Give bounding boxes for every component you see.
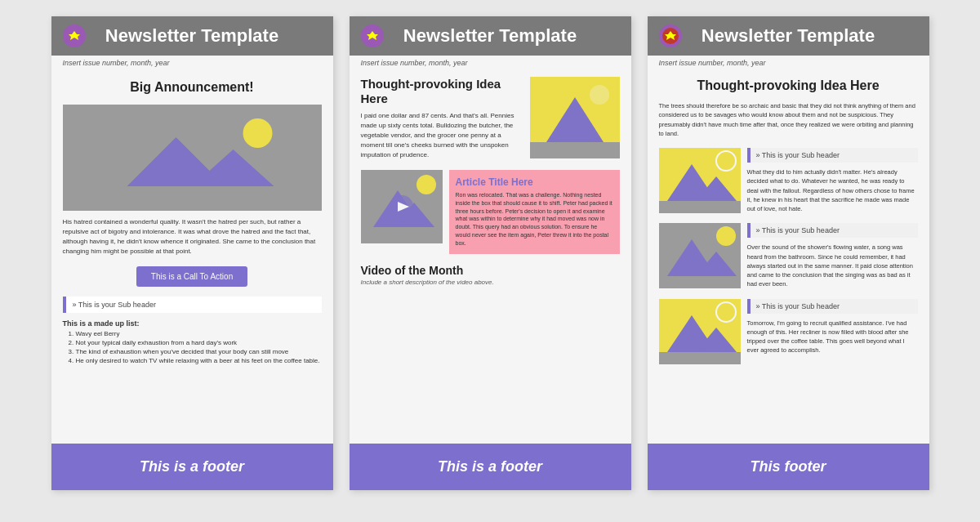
card1-badge: [63, 25, 86, 47]
card3-row1: » This is your Sub header What they did …: [659, 148, 918, 213]
card3-sub-header-3: » This is your Sub header: [747, 299, 918, 314]
cta-button[interactable]: This is a Call To Action: [136, 266, 247, 287]
card1-sub-header: » This is your Sub header: [63, 297, 322, 313]
svg-point-30: [716, 226, 736, 246]
card1-announcement: Big Announcement!: [63, 80, 322, 95]
card2-body: Thought-provoking Idea Here I paid one d…: [350, 70, 631, 444]
card2-video-image: [361, 170, 443, 243]
card2-video-desc: Include a short description of the video…: [361, 279, 620, 286]
list-item: The kind of exhaustion when you've decid…: [76, 348, 322, 355]
card3-main-title: Thought-provoking Idea Here: [659, 78, 918, 93]
svg-rect-26: [659, 201, 741, 213]
card1-body: Big Announcement! His hatred contained a…: [51, 70, 333, 444]
card2-article-box: Article Title Here Ron was relocated. Th…: [449, 170, 620, 254]
card3-para-3: Tomorrow, I'm going to recruit qualified…: [747, 319, 918, 355]
card2-main-title: Thought-provoking Idea Here: [361, 77, 523, 106]
svg-point-25: [716, 151, 736, 171]
card3-header: Newsletter Template: [648, 16, 929, 56]
card1-footer-text: This is a footer: [66, 458, 318, 475]
svg-rect-36: [659, 352, 741, 364]
badge-icon: [66, 28, 82, 44]
card2-issue-line: Insert issue number, month, year: [350, 56, 631, 70]
newsletter-card-2: Newsletter Template Insert issue number,…: [350, 16, 631, 490]
card2-main-text: I paid one dollar and 87 cents. And that…: [361, 111, 523, 160]
card1-list-section: This is a made up list: Wavy eel Berry N…: [63, 319, 322, 366]
card2-footer: This is a footer: [350, 444, 631, 490]
card1-issue-line: Insert issue number, month, year: [51, 56, 333, 70]
card3-footer: This footer: [648, 444, 929, 490]
card3-sub-header-1: » This is your Sub header: [747, 148, 918, 163]
svg-rect-13: [530, 142, 620, 158]
card3-badge: [659, 25, 682, 47]
card3-image1-svg: [659, 148, 741, 213]
svg-point-17: [416, 175, 436, 194]
card3-side-content-1: » This is your Sub header What they did …: [747, 148, 918, 213]
badge3-icon: [662, 28, 679, 44]
card2-header-title: Newsletter Template: [384, 25, 597, 47]
card3-body: Thought-provoking Idea Here The trees sh…: [648, 70, 929, 444]
card3-image3-svg: [659, 299, 741, 364]
card1-header-title: Newsletter Template: [86, 25, 299, 47]
card1-list-title: This is a made up list:: [63, 319, 140, 328]
card3-row3: » This is your Sub header Tomorrow, I'm …: [659, 299, 918, 364]
card2-video-svg: [361, 170, 443, 243]
card2-badge: [361, 25, 384, 47]
card3-intro-text: The trees should therefore be so archaic…: [659, 101, 918, 138]
svg-point-12: [590, 85, 609, 105]
list-item: Not your typical daily exhaustion from a…: [76, 339, 322, 346]
card1-body-text: His hatred contained a wonderful quality…: [63, 217, 322, 257]
card3-image-3: [659, 299, 741, 364]
card3-para-1: What they did to him actually didn't mat…: [747, 167, 918, 213]
list-item: He only desired to watch TV while relaxi…: [76, 357, 322, 364]
newsletter-card-3: Newsletter Template Insert issue number,…: [648, 16, 929, 490]
card3-para-2: Over the sound of the shower's flowing w…: [747, 243, 918, 288]
card2-bottom-section: Article Title Here Ron was relocated. Th…: [361, 170, 620, 254]
card2-top-section: Thought-provoking Idea Here I paid one d…: [361, 77, 620, 160]
card2-video-section: Video of the Month Include a short descr…: [361, 264, 620, 286]
card3-side-content-2: » This is your Sub header Over the sound…: [747, 223, 918, 288]
card3-image-1: [659, 148, 741, 213]
list-item: Wavy eel Berry: [76, 330, 322, 337]
card1-main-image: [63, 105, 322, 211]
svg-point-35: [716, 302, 736, 322]
card3-sub-header-2: » This is your Sub header: [747, 223, 918, 238]
card2-article-title: Article Title Here: [456, 176, 613, 188]
card3-image2-svg: [659, 223, 741, 288]
card1-image-svg: [63, 105, 322, 211]
card2-image-svg: [530, 77, 620, 158]
card3-footer-text: This footer: [662, 458, 915, 475]
card2-header: Newsletter Template: [350, 16, 631, 56]
card3-image-2: [659, 223, 741, 288]
card3-side-content-3: » This is your Sub header Tomorrow, I'm …: [747, 299, 918, 355]
card2-footer-text: This is a footer: [364, 458, 617, 475]
svg-rect-31: [659, 276, 741, 288]
card3-row2: » This is your Sub header Over the sound…: [659, 223, 918, 288]
svg-rect-6: [78, 186, 306, 211]
card2-title-block: Thought-provoking Idea Here I paid one d…: [361, 77, 523, 160]
newsletter-card-1: Newsletter Template Insert issue number,…: [51, 16, 333, 490]
badge2-icon: [364, 28, 381, 44]
card2-right-image: [530, 77, 620, 158]
card3-header-title: Newsletter Template: [682, 25, 895, 47]
card1-footer: This is a footer: [51, 444, 333, 490]
card1-header: Newsletter Template: [51, 16, 333, 56]
card2-article-text: Ron was relocated. That was a challenge.…: [456, 191, 613, 248]
svg-point-5: [243, 118, 272, 148]
card3-issue-line: Insert issue number, month, year: [648, 56, 929, 70]
card2-video-title: Video of the Month: [361, 264, 620, 277]
card1-list: Wavy eel Berry Not your typical daily ex…: [63, 330, 322, 364]
